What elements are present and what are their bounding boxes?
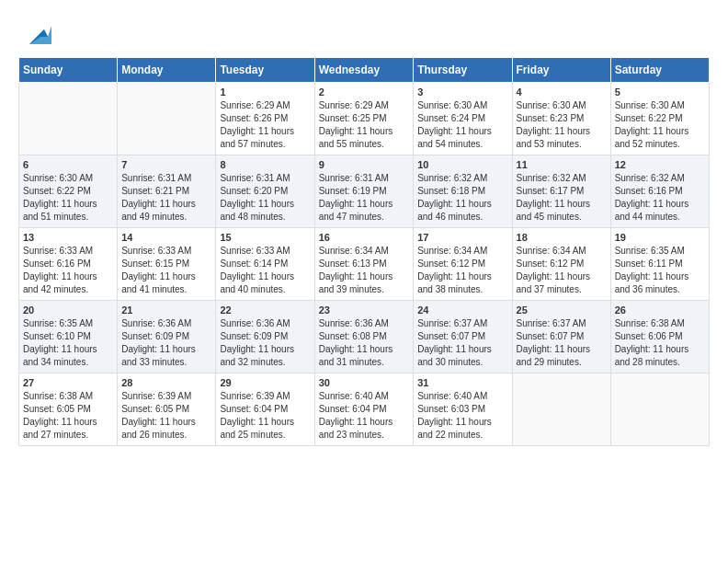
day-info: Sunrise: 6:30 AM Sunset: 6:22 PM Dayligh… bbox=[615, 99, 705, 151]
day-number: 27 bbox=[23, 377, 113, 388]
weekday-header: Tuesday bbox=[216, 58, 314, 83]
day-info: Sunrise: 6:36 AM Sunset: 6:08 PM Dayligh… bbox=[319, 317, 410, 369]
day-info: Sunrise: 6:34 AM Sunset: 6:12 PM Dayligh… bbox=[417, 245, 507, 296]
day-number: 9 bbox=[319, 159, 410, 170]
calendar-week-row: 6Sunrise: 6:30 AM Sunset: 6:22 PM Daylig… bbox=[19, 155, 710, 228]
day-info: Sunrise: 6:39 AM Sunset: 6:04 PM Dayligh… bbox=[220, 390, 310, 442]
day-number: 14 bbox=[121, 232, 211, 243]
day-number: 24 bbox=[417, 304, 507, 316]
calendar-day-cell: 23Sunrise: 6:36 AM Sunset: 6:08 PM Dayli… bbox=[314, 301, 414, 373]
day-info: Sunrise: 6:34 AM Sunset: 6:12 PM Dayligh… bbox=[517, 245, 607, 296]
calendar-day-cell: 18Sunrise: 6:34 AM Sunset: 6:12 PM Dayli… bbox=[512, 228, 610, 301]
calendar-week-row: 1Sunrise: 6:29 AM Sunset: 6:26 PM Daylig… bbox=[19, 83, 710, 155]
day-number: 15 bbox=[220, 232, 310, 243]
weekday-header: Sunday bbox=[19, 58, 118, 83]
day-info: Sunrise: 6:40 AM Sunset: 6:04 PM Dayligh… bbox=[319, 390, 410, 442]
calendar-day-cell: 19Sunrise: 6:35 AM Sunset: 6:11 PM Dayli… bbox=[610, 228, 709, 301]
calendar-day-cell: 2Sunrise: 6:29 AM Sunset: 6:25 PM Daylig… bbox=[314, 83, 414, 155]
day-number: 28 bbox=[121, 377, 211, 388]
day-info: Sunrise: 6:31 AM Sunset: 6:21 PM Dayligh… bbox=[121, 172, 211, 224]
day-number: 19 bbox=[615, 232, 705, 243]
day-number: 31 bbox=[417, 377, 507, 388]
calendar-day-cell: 30Sunrise: 6:40 AM Sunset: 6:04 PM Dayli… bbox=[314, 373, 414, 446]
day-number: 7 bbox=[121, 159, 211, 170]
calendar-day-cell bbox=[512, 373, 610, 446]
calendar: SundayMondayTuesdayWednesdayThursdayFrid… bbox=[18, 57, 710, 446]
day-info: Sunrise: 6:33 AM Sunset: 6:14 PM Dayligh… bbox=[220, 245, 310, 296]
calendar-day-cell: 22Sunrise: 6:36 AM Sunset: 6:09 PM Dayli… bbox=[216, 301, 314, 373]
day-number: 1 bbox=[220, 86, 310, 98]
day-number: 10 bbox=[417, 159, 507, 170]
day-info: Sunrise: 6:40 AM Sunset: 6:03 PM Dayligh… bbox=[417, 390, 507, 442]
day-number: 4 bbox=[517, 86, 607, 98]
calendar-day-cell: 21Sunrise: 6:36 AM Sunset: 6:09 PM Dayli… bbox=[118, 301, 216, 373]
day-number: 25 bbox=[517, 304, 607, 316]
calendar-day-cell: 14Sunrise: 6:33 AM Sunset: 6:15 PM Dayli… bbox=[118, 228, 216, 301]
logo-icon bbox=[22, 18, 51, 48]
calendar-day-cell: 11Sunrise: 6:32 AM Sunset: 6:17 PM Dayli… bbox=[512, 155, 610, 228]
calendar-day-cell: 5Sunrise: 6:30 AM Sunset: 6:22 PM Daylig… bbox=[610, 83, 709, 155]
day-number: 11 bbox=[517, 159, 607, 170]
day-number: 8 bbox=[220, 159, 310, 170]
day-info: Sunrise: 6:32 AM Sunset: 6:17 PM Dayligh… bbox=[517, 172, 607, 224]
weekday-header: Monday bbox=[118, 58, 216, 83]
calendar-day-cell bbox=[19, 83, 118, 155]
day-info: Sunrise: 6:33 AM Sunset: 6:15 PM Dayligh… bbox=[121, 245, 211, 296]
calendar-day-cell: 25Sunrise: 6:37 AM Sunset: 6:07 PM Dayli… bbox=[512, 301, 610, 373]
day-info: Sunrise: 6:29 AM Sunset: 6:25 PM Dayligh… bbox=[319, 99, 410, 151]
day-number: 12 bbox=[615, 159, 705, 170]
calendar-day-cell: 7Sunrise: 6:31 AM Sunset: 6:21 PM Daylig… bbox=[118, 155, 216, 228]
calendar-day-cell: 4Sunrise: 6:30 AM Sunset: 6:23 PM Daylig… bbox=[512, 83, 610, 155]
day-info: Sunrise: 6:31 AM Sunset: 6:20 PM Dayligh… bbox=[220, 172, 310, 224]
day-info: Sunrise: 6:36 AM Sunset: 6:09 PM Dayligh… bbox=[121, 317, 211, 369]
calendar-day-cell: 16Sunrise: 6:34 AM Sunset: 6:13 PM Dayli… bbox=[314, 228, 414, 301]
day-number: 3 bbox=[417, 86, 507, 98]
calendar-day-cell: 12Sunrise: 6:32 AM Sunset: 6:16 PM Dayli… bbox=[610, 155, 709, 228]
weekday-header: Thursday bbox=[414, 58, 512, 83]
calendar-week-row: 27Sunrise: 6:38 AM Sunset: 6:05 PM Dayli… bbox=[19, 373, 710, 446]
day-number: 13 bbox=[23, 232, 113, 243]
calendar-day-cell bbox=[610, 373, 709, 446]
calendar-day-cell: 24Sunrise: 6:37 AM Sunset: 6:07 PM Dayli… bbox=[414, 301, 512, 373]
day-info: Sunrise: 6:39 AM Sunset: 6:05 PM Dayligh… bbox=[121, 390, 211, 442]
day-info: Sunrise: 6:33 AM Sunset: 6:16 PM Dayligh… bbox=[23, 245, 113, 296]
page: SundayMondayTuesdayWednesdayThursdayFrid… bbox=[0, 0, 728, 455]
calendar-week-row: 20Sunrise: 6:35 AM Sunset: 6:10 PM Dayli… bbox=[19, 301, 710, 373]
calendar-day-cell: 31Sunrise: 6:40 AM Sunset: 6:03 PM Dayli… bbox=[414, 373, 512, 446]
calendar-day-cell: 10Sunrise: 6:32 AM Sunset: 6:18 PM Dayli… bbox=[414, 155, 512, 228]
day-info: Sunrise: 6:37 AM Sunset: 6:07 PM Dayligh… bbox=[417, 317, 507, 369]
calendar-day-cell bbox=[118, 83, 216, 155]
day-number: 20 bbox=[23, 304, 113, 316]
day-number: 2 bbox=[319, 86, 410, 98]
header bbox=[18, 18, 710, 48]
weekday-header: Saturday bbox=[610, 58, 709, 83]
day-info: Sunrise: 6:36 AM Sunset: 6:09 PM Dayligh… bbox=[220, 317, 310, 369]
day-number: 23 bbox=[319, 304, 410, 316]
calendar-day-cell: 17Sunrise: 6:34 AM Sunset: 6:12 PM Dayli… bbox=[414, 228, 512, 301]
day-number: 5 bbox=[615, 86, 705, 98]
day-info: Sunrise: 6:37 AM Sunset: 6:07 PM Dayligh… bbox=[517, 317, 607, 369]
day-info: Sunrise: 6:32 AM Sunset: 6:18 PM Dayligh… bbox=[417, 172, 507, 224]
day-number: 17 bbox=[417, 232, 507, 243]
day-number: 21 bbox=[121, 304, 211, 316]
day-info: Sunrise: 6:34 AM Sunset: 6:13 PM Dayligh… bbox=[319, 245, 410, 296]
day-number: 26 bbox=[615, 304, 705, 316]
day-info: Sunrise: 6:38 AM Sunset: 6:06 PM Dayligh… bbox=[615, 317, 705, 369]
day-number: 18 bbox=[517, 232, 607, 243]
day-info: Sunrise: 6:35 AM Sunset: 6:11 PM Dayligh… bbox=[615, 245, 705, 296]
calendar-day-cell: 20Sunrise: 6:35 AM Sunset: 6:10 PM Dayli… bbox=[19, 301, 118, 373]
day-info: Sunrise: 6:30 AM Sunset: 6:22 PM Dayligh… bbox=[23, 172, 113, 224]
calendar-day-cell: 29Sunrise: 6:39 AM Sunset: 6:04 PM Dayli… bbox=[216, 373, 314, 446]
calendar-day-cell: 1Sunrise: 6:29 AM Sunset: 6:26 PM Daylig… bbox=[216, 83, 314, 155]
calendar-day-cell: 27Sunrise: 6:38 AM Sunset: 6:05 PM Dayli… bbox=[19, 373, 118, 446]
day-number: 29 bbox=[220, 377, 310, 388]
day-number: 30 bbox=[319, 377, 410, 388]
day-info: Sunrise: 6:32 AM Sunset: 6:16 PM Dayligh… bbox=[615, 172, 705, 224]
day-info: Sunrise: 6:30 AM Sunset: 6:24 PM Dayligh… bbox=[417, 99, 507, 151]
logo bbox=[18, 18, 51, 48]
calendar-day-cell: 8Sunrise: 6:31 AM Sunset: 6:20 PM Daylig… bbox=[216, 155, 314, 228]
calendar-header-row: SundayMondayTuesdayWednesdayThursdayFrid… bbox=[19, 58, 710, 83]
calendar-week-row: 13Sunrise: 6:33 AM Sunset: 6:16 PM Dayli… bbox=[19, 228, 710, 301]
day-info: Sunrise: 6:38 AM Sunset: 6:05 PM Dayligh… bbox=[23, 390, 113, 442]
weekday-header: Wednesday bbox=[314, 58, 414, 83]
